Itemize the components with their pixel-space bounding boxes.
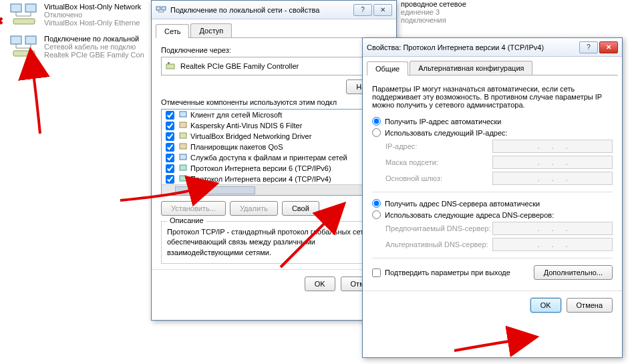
confirm-exit-checkbox[interactable] <box>372 268 381 277</box>
client-icon <box>178 110 188 120</box>
svg-rect-13 <box>180 144 186 149</box>
advanced-button[interactable]: Дополнительно... <box>534 265 613 280</box>
separator <box>372 192 613 192</box>
component-label: Kaspersky Anti-Virus NDIS 6 Filter <box>190 122 302 130</box>
help-button[interactable]: ? <box>579 41 598 53</box>
install-button[interactable]: Установить... <box>161 201 226 216</box>
dns-primary-input[interactable]: ... <box>492 222 613 235</box>
gateway-input[interactable]: ... <box>492 172 613 185</box>
network-item-status: подключения <box>401 16 575 24</box>
dns-manual-label: Использовать следующие адреса DNS-сервер… <box>385 211 554 219</box>
network-item-title: проводное сетевое <box>401 0 575 8</box>
component-item[interactable]: VirtualBox Bridged Networking Driver <box>162 131 386 142</box>
component-label: Клиент для сетей Microsoft <box>190 111 282 119</box>
ip-manual-radio[interactable] <box>372 128 381 137</box>
svg-rect-15 <box>180 165 186 170</box>
svg-rect-6 <box>156 7 160 10</box>
remove-button[interactable]: Удалить <box>230 201 278 216</box>
cancel-button[interactable]: Отмена <box>567 298 613 313</box>
component-item[interactable]: Служба доступа к файлам и принтерам сете… <box>162 152 386 163</box>
tab-access[interactable]: Доступ <box>190 23 232 37</box>
scroll-thumb[interactable] <box>175 186 255 194</box>
component-checkbox[interactable] <box>166 164 174 173</box>
ip-auto-radio-row[interactable]: Получить IP-адрес автоматически <box>372 117 613 126</box>
network-item-adapter: VirtualBox Host-Only Etherne <box>44 19 141 27</box>
window-title: Свойства: Протокол Интернета версии 4 (T… <box>367 43 579 51</box>
network-item-status: Сетевой кабель не подклю <box>44 43 144 51</box>
tab-alternative[interactable]: Альтернативная конфигурация <box>410 61 532 75</box>
ok-button[interactable]: OK <box>530 298 561 313</box>
network-adapter-icon <box>9 3 39 27</box>
ip-auto-radio[interactable] <box>372 117 381 126</box>
component-checkbox[interactable] <box>166 122 174 130</box>
ip-address-input[interactable]: ... <box>492 140 613 153</box>
ipv4-icon <box>178 174 188 184</box>
network-item-partial: проводное сетевое единение 3 подключения <box>401 0 575 24</box>
close-button[interactable]: ✕ <box>599 41 618 53</box>
dns-manual-radio-row[interactable]: Использовать следующие адреса DNS-сервер… <box>372 210 613 219</box>
description-text: Протокол TCP/IP - стандартный протокол г… <box>167 227 381 258</box>
components-label: Отмеченные компоненты используются этим … <box>161 98 387 106</box>
ipv6-icon <box>178 164 188 173</box>
svg-rect-5 <box>13 51 35 56</box>
qos-icon <box>178 142 188 152</box>
component-label: Протокол Интернета версии 6 (TCP/IPv6) <box>190 164 331 172</box>
svg-rect-10 <box>180 112 186 117</box>
info-text: Параметры IP могут назначаться автоматич… <box>372 85 613 109</box>
network-item-adapter: Realtek PCIe GBE Family Con <box>44 51 144 59</box>
help-button[interactable]: ? <box>353 4 372 16</box>
tabs: Сеть Доступ <box>156 23 392 38</box>
network-adapter-icon <box>9 35 39 59</box>
titlebar[interactable]: Свойства: Протокол Интернета версии 4 (T… <box>363 38 622 57</box>
connect-via-label: Подключение через: <box>161 46 387 54</box>
subnet-input[interactable]: ... <box>492 156 613 169</box>
component-checkbox[interactable] <box>166 111 174 120</box>
description-legend: Описание <box>167 216 206 224</box>
components-list[interactable]: Клиент для сетей Microsoft Kaspersky Ant… <box>161 109 387 196</box>
component-item[interactable]: Клиент для сетей Microsoft <box>162 110 386 120</box>
component-checkbox[interactable] <box>166 175 174 184</box>
ip-manual-label: Использовать следующий IP-адрес: <box>385 129 508 137</box>
network-item-text: Подключение по локальной Сетевой кабель … <box>44 35 144 59</box>
component-checkbox[interactable] <box>166 132 174 141</box>
ip-auto-label: Получить IP-адрес автоматически <box>385 118 501 126</box>
component-item[interactable]: Kaspersky Anti-Virus NDIS 6 Filter <box>162 120 386 131</box>
horizontal-scrollbar[interactable] <box>162 184 386 195</box>
dns-manual-radio[interactable] <box>372 210 381 219</box>
dns-auto-radio[interactable] <box>372 199 381 208</box>
dns-auto-radio-row[interactable]: Получить адрес DNS-сервера автоматически <box>372 199 613 208</box>
tabs: Общие Альтернативная конфигурация <box>367 61 618 75</box>
confirm-exit-label: Подтвердить параметры при выходе <box>385 268 510 277</box>
tab-general[interactable]: Общие <box>367 61 408 75</box>
driver-icon <box>178 132 188 141</box>
svg-rect-7 <box>162 7 166 10</box>
ok-button[interactable]: OK <box>305 277 335 291</box>
subnet-label: Маска подсети: <box>385 158 492 166</box>
svg-rect-14 <box>180 154 186 160</box>
ip-manual-radio-row[interactable]: Использовать следующий IP-адрес: <box>372 128 613 137</box>
component-item[interactable]: Планировщик пакетов QoS <box>162 142 386 152</box>
close-button[interactable]: ✕ <box>373 4 392 16</box>
component-checkbox[interactable] <box>166 154 174 162</box>
component-item[interactable]: Протокол Интернета версии 4 (TCP/IPv4) <box>162 174 386 184</box>
component-label: Служба доступа к файлам и принтерам сете… <box>190 154 347 162</box>
component-label: VirtualBox Bridged Networking Driver <box>190 132 311 140</box>
fileshare-icon <box>178 153 188 162</box>
network-item-text: VirtualBox Host-Only Network Отключено V… <box>44 3 141 27</box>
dns-alt-input[interactable]: ... <box>492 238 613 251</box>
properties-button[interactable]: Свой <box>282 201 319 216</box>
svg-rect-3 <box>11 36 21 44</box>
ip-address-label: IP-адрес: <box>385 142 492 150</box>
titlebar[interactable]: Подключение по локальной сети - свойства… <box>152 1 396 19</box>
network-item-status: Отключено <box>44 11 141 19</box>
svg-rect-12 <box>180 133 186 138</box>
tab-network[interactable]: Сеть <box>156 24 189 38</box>
component-label: Планировщик пакетов QoS <box>190 143 283 151</box>
window-icon <box>156 5 166 15</box>
gateway-label: Основной шлюз: <box>385 174 492 182</box>
separator <box>372 258 613 258</box>
network-item-sub: единение 3 <box>401 8 575 16</box>
connection-properties-dialog: Подключение по локальной сети - свойства… <box>151 0 397 321</box>
component-item[interactable]: Протокол Интернета версии 6 (TCP/IPv6) <box>162 163 386 174</box>
component-checkbox[interactable] <box>166 143 174 152</box>
